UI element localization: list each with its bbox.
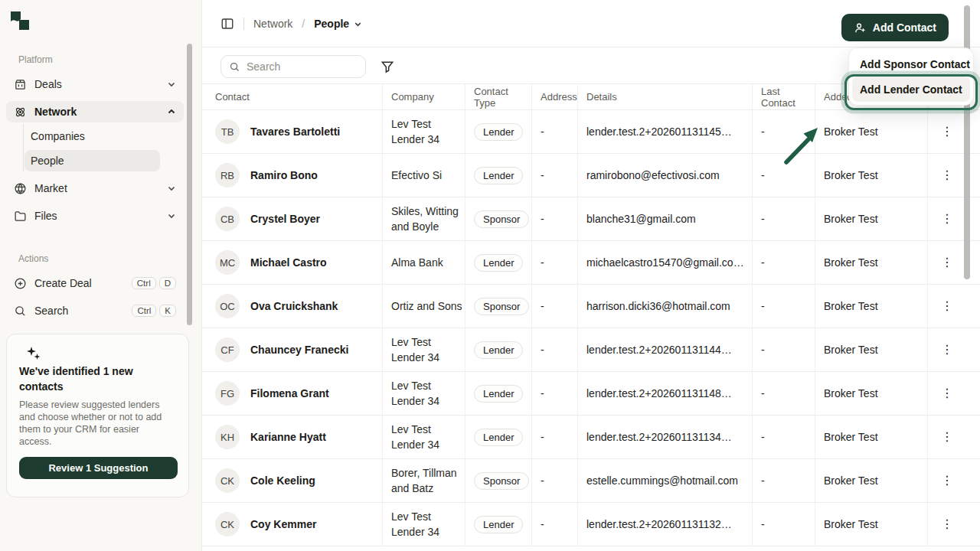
row-menu-button[interactable]: ⋮: [936, 515, 958, 533]
added-by-value: Broker Test: [824, 300, 878, 312]
contact-name[interactable]: Tavares Bartoletti: [250, 126, 340, 138]
details-value: michaelcastro15470@gmail.co…: [586, 256, 744, 269]
contact-type-badge: Lender: [474, 516, 523, 533]
review-suggestion-button[interactable]: Review 1 Suggestion: [19, 457, 178, 479]
row-menu-button[interactable]: ⋮: [936, 210, 958, 228]
company-name: Lev Test Lender 34: [391, 116, 465, 147]
row-menu-button[interactable]: ⋮: [936, 122, 958, 141]
col-address: Address: [532, 84, 578, 109]
main-scrollbar-thumb[interactable]: [964, 5, 970, 279]
table-row[interactable]: OC Ova Cruickshank Ortiz and Sons Sponso…: [202, 285, 980, 328]
sidebar-scrollbar-thumb[interactable]: [187, 44, 192, 325]
table-row[interactable]: CF Chauncey Franecki Lev Test Lender 34 …: [202, 328, 980, 372]
avatar: MC: [215, 250, 240, 275]
details-value: blanche31@gmail.com: [586, 213, 696, 225]
sidebar: Platform Deals Network Companies People …: [0, 0, 202, 551]
last-contact-value: -: [761, 126, 765, 138]
breadcrumb-network[interactable]: Network: [253, 18, 292, 30]
table-row[interactable]: CK Coy Kemmer Lev Test Lender 34 Lender …: [202, 503, 980, 546]
sidebar-item-market[interactable]: Market: [6, 178, 184, 199]
sidebar-item-label: Network: [34, 106, 77, 118]
person-plus-icon: [854, 21, 867, 34]
search-box[interactable]: [220, 55, 366, 78]
address-value: -: [541, 213, 544, 225]
table-row[interactable]: MC Michael Castro Alma Bank Lender - mic…: [202, 241, 980, 285]
details-value: estelle.cummings@hotmail.com: [586, 474, 738, 487]
account-switcher[interactable]: Broker Magicians broker.test@lev.co: [0, 505, 202, 551]
sidebar-item-label: Deals: [34, 78, 62, 90]
filter-funnel-icon: [380, 59, 395, 74]
add-contact-button[interactable]: Add Contact: [841, 14, 949, 41]
avatar: OC: [215, 294, 240, 318]
table-row[interactable]: CB Crystel Boyer Skiles, Witting and Boy…: [202, 197, 980, 241]
contact-name[interactable]: Karianne Hyatt: [250, 431, 326, 443]
sidebar-item-network[interactable]: Network: [6, 101, 184, 122]
avatar: KH: [215, 425, 240, 449]
folder-icon: [14, 210, 27, 223]
address-value: -: [541, 474, 544, 487]
create-deal-action[interactable]: Create Deal Ctrl D: [6, 272, 184, 294]
breadcrumb: Network / People: [220, 0, 362, 47]
details-value: lender.test.2+202601131144…: [586, 344, 732, 356]
contact-name[interactable]: Cole Keeling: [250, 474, 315, 487]
menu-item-add-sponsor-contact[interactable]: Add Sponsor Contact: [852, 51, 970, 77]
row-menu-button[interactable]: ⋮: [936, 253, 958, 272]
contact-type-badge: Lender: [474, 385, 523, 403]
table-row[interactable]: CK Cole Keeling Borer, Tillman and Batz …: [202, 459, 980, 503]
contact-name[interactable]: Coy Kemmer: [250, 518, 316, 530]
action-label: Search: [34, 305, 68, 317]
details-value: harrison.dicki36@hotmail.com: [586, 300, 730, 312]
row-menu-button[interactable]: ⋮: [936, 384, 958, 403]
last-contact-value: -: [761, 300, 765, 312]
col-contact: Contact: [214, 84, 383, 109]
sidebar-item-label: Files: [34, 210, 57, 222]
sidebar-item-files[interactable]: Files: [6, 205, 184, 227]
kbd-d: D: [159, 277, 176, 289]
table-row[interactable]: TB Tavares Bartoletti Lev Test Lender 34…: [202, 110, 980, 154]
network-icon: [14, 106, 27, 119]
last-contact-value: -: [761, 256, 765, 269]
breadcrumb-separator: /: [302, 18, 305, 30]
sidebar-item-deals[interactable]: Deals: [6, 73, 184, 95]
last-contact-value: -: [761, 213, 765, 225]
breadcrumb-people[interactable]: People: [314, 18, 362, 30]
avatar: CK: [215, 468, 240, 493]
deals-icon: [14, 78, 27, 91]
sidebar-item-companies[interactable]: Companies: [24, 126, 160, 147]
top-bar: Network / People Add Contact: [202, 0, 980, 47]
contact-name[interactable]: Crystel Boyer: [250, 213, 320, 225]
last-contact-value: -: [761, 169, 765, 181]
address-value: -: [541, 431, 544, 443]
added-by-value: Broker Test: [824, 126, 878, 138]
table-row[interactable]: RB Ramiro Bono Efectivo Si Lender - rami…: [202, 154, 980, 197]
filter-button[interactable]: [380, 57, 400, 77]
row-menu-button[interactable]: ⋮: [936, 341, 958, 359]
contact-type-badge: Sponsor: [474, 210, 529, 228]
contact-name[interactable]: Ramiro Bono: [250, 169, 318, 181]
row-menu-button[interactable]: ⋮: [936, 166, 958, 184]
row-menu-button[interactable]: ⋮: [936, 471, 958, 490]
added-by-value: Broker Test: [824, 256, 878, 269]
contact-name[interactable]: Michael Castro: [250, 256, 327, 269]
menu-item-add-lender-contact[interactable]: Add Lender Contact: [852, 77, 970, 102]
details-value: lender.test.2+202601131132…: [586, 518, 732, 530]
search-action[interactable]: Search Ctrl K: [6, 300, 184, 321]
added-by-value: Broker Test: [824, 518, 878, 530]
search-input[interactable]: [247, 60, 354, 73]
contact-name[interactable]: Chauncey Franecki: [250, 344, 348, 356]
contact-name[interactable]: Filomena Grant: [250, 387, 329, 399]
contact-type-badge: Lender: [474, 123, 523, 141]
kbd-ctrl: Ctrl: [132, 305, 156, 317]
contact-name[interactable]: Ova Cruickshank: [250, 300, 338, 312]
col-details: Details: [578, 84, 753, 109]
company-name: Borer, Tillman and Batz: [391, 465, 465, 496]
address-value: -: [541, 256, 544, 269]
divider: [243, 18, 244, 30]
table-row[interactable]: KH Karianne Hyatt Lev Test Lender 34 Len…: [202, 416, 980, 459]
row-menu-button[interactable]: ⋮: [936, 428, 958, 446]
avatar: CB: [215, 207, 240, 231]
sidebar-toggle-icon[interactable]: [220, 17, 234, 31]
table-row[interactable]: FG Filomena Grant Lev Test Lender 34 Len…: [202, 372, 980, 416]
sidebar-item-people[interactable]: People: [24, 150, 160, 171]
row-menu-button[interactable]: ⋮: [936, 297, 958, 315]
